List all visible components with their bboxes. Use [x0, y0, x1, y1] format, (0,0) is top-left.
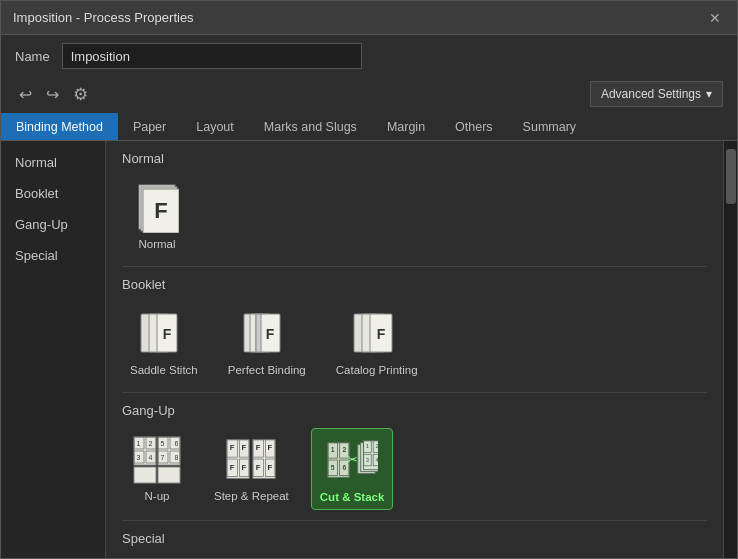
undo-button[interactable]: ↩ [15, 83, 36, 106]
section-special: Special F [122, 531, 707, 558]
svg-text:6: 6 [175, 440, 179, 447]
divider-normal-booklet [122, 266, 707, 267]
sidebar-item-normal[interactable]: Normal [1, 147, 105, 178]
section-booklet-title: Booklet [122, 277, 707, 292]
main-content: Normal Booklet Gang-Up Special Normal [1, 141, 737, 558]
svg-text:F: F [376, 326, 385, 342]
saddle-stitch-svg: F [139, 309, 189, 359]
step-repeat-icon: F F F F F F F [225, 434, 277, 486]
svg-text:F: F [242, 443, 247, 452]
normal-svg: F [135, 183, 179, 233]
section-normal: Normal F Normal [122, 151, 707, 256]
tab-others[interactable]: Others [440, 113, 508, 140]
svg-rect-35 [134, 467, 156, 483]
content-area: Normal F Normal [106, 141, 723, 558]
normal-icon: F [131, 182, 183, 234]
section-booklet: Booklet F Saddle Stitch [122, 277, 707, 382]
item-special-5[interactable]: F [458, 556, 528, 558]
svg-text:4: 4 [376, 457, 379, 463]
tab-summary[interactable]: Summary [508, 113, 591, 140]
item-normal[interactable]: F Normal [122, 176, 192, 256]
item-perfect-binding[interactable]: F Perfect Binding [220, 302, 314, 382]
svg-text:✂: ✂ [348, 452, 359, 467]
section-gang-up: Gang-Up 1 2 [122, 403, 707, 510]
svg-text:1: 1 [331, 446, 335, 453]
sidebar-item-gang-up[interactable]: Gang-Up [1, 209, 105, 240]
saddle-stitch-label: Saddle Stitch [130, 364, 198, 376]
svg-text:7: 7 [161, 454, 165, 461]
svg-text:3: 3 [366, 457, 369, 463]
catalog-printing-svg: F [352, 309, 402, 359]
sidebar-item-booklet[interactable]: Booklet [1, 178, 105, 209]
svg-text:F: F [163, 326, 172, 342]
section-special-title: Special [122, 531, 707, 546]
normal-label: Normal [138, 238, 175, 250]
advanced-settings-button[interactable]: Advanced Settings ▾ [590, 81, 723, 107]
divider-booklet-gangup [122, 392, 707, 393]
title-bar: Imposition - Process Properties ✕ [1, 1, 737, 35]
tab-layout[interactable]: Layout [181, 113, 249, 140]
tabs-row: Binding Method Paper Layout Marks and Sl… [1, 113, 737, 141]
tab-paper[interactable]: Paper [118, 113, 181, 140]
settings-gear-button[interactable]: ⚙ [69, 82, 92, 107]
saddle-stitch-icon: F [138, 308, 190, 360]
svg-text:6: 6 [342, 464, 346, 471]
svg-text:2: 2 [342, 446, 346, 453]
item-special-4[interactable]: F [374, 556, 444, 558]
item-saddle-stitch[interactable]: F Saddle Stitch [122, 302, 206, 382]
redo-button[interactable]: ↪ [42, 83, 63, 106]
cut-stack-svg: 1 2 5 6 ✂ [326, 436, 378, 486]
item-step-repeat[interactable]: F F F F F F F [206, 428, 297, 510]
svg-text:F: F [230, 463, 235, 472]
svg-text:1: 1 [137, 440, 141, 447]
name-label: Name [15, 49, 50, 64]
n-up-svg: 1 2 3 4 5 6 7 [132, 435, 182, 485]
sidebar: Normal Booklet Gang-Up Special [1, 141, 106, 558]
tab-marks-slugs[interactable]: Marks and Slugs [249, 113, 372, 140]
close-button[interactable]: ✕ [705, 8, 725, 28]
svg-text:F: F [230, 443, 235, 452]
normal-items-row: F Normal [122, 176, 707, 256]
item-catalog-printing[interactable]: F Catalog Printing [328, 302, 426, 382]
svg-text:F: F [268, 463, 273, 472]
svg-rect-36 [158, 467, 180, 483]
step-repeat-svg: F F F F F F F [225, 435, 277, 485]
svg-rect-11 [256, 314, 261, 352]
svg-text:F: F [268, 443, 273, 452]
tab-margin[interactable]: Margin [372, 113, 440, 140]
name-row: Name [1, 35, 737, 77]
item-n-up[interactable]: 1 2 3 4 5 6 7 [122, 428, 192, 510]
sidebar-item-special[interactable]: Special [1, 240, 105, 271]
catalog-printing-label: Catalog Printing [336, 364, 418, 376]
svg-text:5: 5 [331, 464, 335, 471]
item-cut-stack[interactable]: 1 2 5 6 ✂ [311, 428, 394, 510]
svg-text:2: 2 [149, 440, 153, 447]
svg-text:F: F [242, 463, 247, 472]
special-items-row: F F [122, 556, 707, 558]
name-input[interactable] [62, 43, 362, 69]
step-repeat-label: Step & Repeat [214, 490, 289, 502]
svg-text:8: 8 [175, 454, 179, 461]
svg-text:F: F [256, 463, 261, 472]
tab-binding-method[interactable]: Binding Method [1, 113, 118, 140]
n-up-label: N-up [145, 490, 170, 502]
svg-text:2: 2 [376, 443, 379, 449]
toolbar-row: ↩ ↪ ⚙ Advanced Settings ▾ [1, 77, 737, 113]
cut-stack-icon: 1 2 5 6 ✂ [326, 435, 378, 487]
item-special-1[interactable]: F [122, 556, 192, 558]
item-special-2[interactable]: F [206, 556, 276, 558]
n-up-icon: 1 2 3 4 5 6 7 [131, 434, 183, 486]
main-window: Imposition - Process Properties ✕ Name ↩… [0, 0, 738, 559]
advanced-settings-label: Advanced Settings [601, 87, 701, 101]
gang-up-items-row: 1 2 3 4 5 6 7 [122, 428, 707, 510]
item-special-3[interactable]: F [290, 556, 360, 558]
svg-text:5: 5 [161, 440, 165, 447]
svg-text:3: 3 [137, 454, 141, 461]
scrollbar-track[interactable] [723, 141, 737, 558]
section-gang-up-title: Gang-Up [122, 403, 707, 418]
section-normal-title: Normal [122, 151, 707, 166]
svg-text:F: F [265, 326, 274, 342]
toolbar-left: ↩ ↪ ⚙ [15, 82, 92, 107]
svg-text:1: 1 [366, 443, 369, 449]
dropdown-arrow-icon: ▾ [706, 87, 712, 101]
